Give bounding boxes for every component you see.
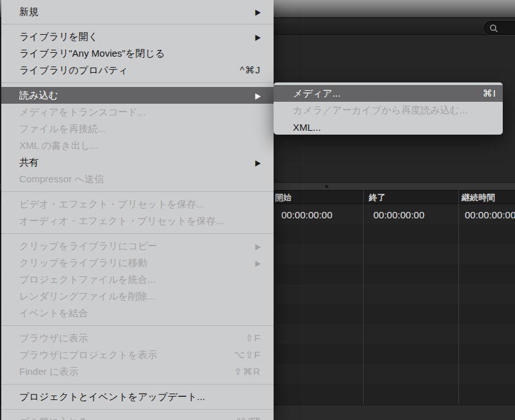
menu-item-delete-render-files: レンダリングファイルを削除... xyxy=(1,288,274,305)
menu-item-save-video-effect-preset: ビデオ・エフェクト・プリセットを保存... xyxy=(1,196,274,213)
submenu-arrow-icon: ▶ xyxy=(256,32,261,42)
menu-item-consolidate-project-files: プロジェクトファイルを統合... xyxy=(1,271,274,288)
menu-item-label: イベントを結合 xyxy=(19,307,261,320)
submenu-arrow-icon: ▶ xyxy=(256,258,261,268)
timecode-start: 00:00:00:00 xyxy=(281,209,332,220)
screen: 開始 終了 継続時間 00:00:00:00 00:00:00:00 00:00… xyxy=(0,0,515,420)
menu-item-label: ライブラリのプロパティ xyxy=(19,64,233,77)
menu-item-label: Finder に表示 xyxy=(19,366,228,378)
menu-item-merge-events: イベントを結合 xyxy=(1,305,274,321)
menu-item-label: プロジェクトファイルを統合... xyxy=(19,274,261,286)
menu-item-label: 共有 xyxy=(19,157,249,169)
file-menu: 新規 ▶ ライブラリを開く ▶ ライブラリ"Any Movies"を閉じる ライ… xyxy=(1,0,274,420)
menu-item-label: Compressor へ送信 xyxy=(19,173,261,186)
menu-item-import[interactable]: 読み込む ▶ xyxy=(1,87,274,104)
submenu-arrow-icon: ▶ xyxy=(256,91,261,100)
menu-separator xyxy=(1,233,274,234)
menu-item-label: メディアをトランスコード... xyxy=(19,106,261,119)
menu-item-label: プロジェクトとイベントをアップデート... xyxy=(19,391,261,403)
menu-item-label: クリップをライブラリに移動 xyxy=(19,257,249,269)
menu-item-open-library[interactable]: ライブラリを開く ▶ xyxy=(1,28,274,45)
menu-item-label: クリップをライブラリにコピー xyxy=(19,240,249,253)
submenu-arrow-icon: ▶ xyxy=(256,7,261,17)
menu-item-relink-files: ファイルを再接続... xyxy=(1,120,274,137)
menu-item-close-library[interactable]: ライブラリ"Any Movies"を閉じる xyxy=(1,45,274,62)
column-header-end[interactable]: 終了 xyxy=(369,192,386,204)
menu-item-label: XML... xyxy=(293,122,496,133)
submenu-arrow-icon: ▶ xyxy=(256,158,261,167)
search-input[interactable] xyxy=(484,21,515,35)
menu-item-label: ファイルを再接続... xyxy=(19,123,261,135)
menu-item-label: ブラウザにプロジェクトを表示 xyxy=(19,349,227,361)
menu-item-library-properties[interactable]: ライブラリのプロパティ ^⌘J xyxy=(1,62,274,79)
menu-separator xyxy=(1,82,274,83)
menu-item-shortcut: ⌥⇧F xyxy=(234,349,261,361)
submenu-item-media[interactable]: メディア... ⌘I xyxy=(274,85,503,102)
menu-item-label: メディア... xyxy=(293,88,476,100)
menu-item-shortcut: ^⌘J xyxy=(239,64,261,76)
import-submenu: メディア... ⌘I カメラ／アーカイブから再度読み込む... XML... xyxy=(274,82,503,135)
submenu-item-reimport-from-camera-archive: カメラ／アーカイブから再度読み込む... xyxy=(274,102,503,119)
submenu-arrow-icon: ▶ xyxy=(256,242,261,251)
drag-handle-dot[interactable] xyxy=(325,185,328,188)
menu-item-copy-clip-to-library: クリップをライブラリにコピー ▶ xyxy=(1,238,274,254)
column-divider xyxy=(458,190,459,405)
menu-item-reveal-in-finder: Finder に表示 ⇧⌘R xyxy=(1,363,274,380)
menu-item-transcode-media: メディアをトランスコード... xyxy=(1,104,274,120)
menu-item-move-to-trash: ゴミ箱に入れる ⌘⌫ xyxy=(1,414,274,420)
menu-item-label: カメラ／アーカイブから再度読み込む... xyxy=(293,104,496,117)
menu-item-move-clip-to-library: クリップをライブラリに移動 ▶ xyxy=(1,254,274,271)
menu-item-shortcut: ⌘⌫ xyxy=(236,416,261,420)
submenu-item-xml[interactable]: XML... xyxy=(274,119,503,135)
menu-item-reveal-in-browser: ブラウザに表示 ⇧F xyxy=(1,330,274,347)
menu-item-shortcut: ⌘I xyxy=(483,88,496,99)
menu-item-label: ビデオ・エフェクト・プリセットを保存... xyxy=(19,198,261,211)
menu-item-label: 読み込む xyxy=(19,90,249,102)
column-divider xyxy=(363,190,364,405)
menu-item-shortcut: ⇧F xyxy=(245,332,261,344)
menu-item-label: XML の書き出し... xyxy=(19,140,261,152)
menu-item-shortcut: ⇧⌘R xyxy=(234,366,261,377)
menu-separator xyxy=(1,24,274,24)
menu-item-reveal-project-in-browser: ブラウザにプロジェクトを表示 ⌥⇧F xyxy=(1,347,274,363)
timecode-end: 00:00:00:00 xyxy=(373,209,424,220)
menu-item-label: オーディオ・エフェクト・プリセットを保存... xyxy=(19,215,261,227)
menu-item-label: ゴミ箱に入れる xyxy=(19,416,230,420)
menu-separator xyxy=(1,191,274,192)
menu-item-update-projects-and-events[interactable]: プロジェクトとイベントをアップデート... xyxy=(1,388,274,405)
menu-item-new[interactable]: 新規 ▶ xyxy=(1,3,274,20)
menu-item-label: ライブラリを開く xyxy=(19,31,249,43)
menu-item-share[interactable]: 共有 ▶ xyxy=(1,154,274,171)
menu-item-export-xml: XML の書き出し... xyxy=(1,137,274,154)
menu-item-label: ライブラリ"Any Movies"を閉じる xyxy=(19,48,261,60)
menu-item-label: 新規 xyxy=(19,6,249,18)
menu-item-label: レンダリングファイルを削除... xyxy=(19,291,261,303)
menu-separator xyxy=(1,409,274,410)
menu-item-send-to-compressor: Compressor へ送信 xyxy=(1,171,274,187)
column-header-start[interactable]: 開始 xyxy=(275,192,292,204)
column-header-duration[interactable]: 継続時間 xyxy=(462,192,495,204)
menu-separator xyxy=(1,325,274,326)
menu-separator xyxy=(1,384,274,385)
timecode-duration: 00:00:00:00 xyxy=(465,209,515,220)
menu-item-save-audio-effect-preset: オーディオ・エフェクト・プリセットを保存... xyxy=(1,213,274,229)
menu-item-label: ブラウザに表示 xyxy=(19,332,239,345)
